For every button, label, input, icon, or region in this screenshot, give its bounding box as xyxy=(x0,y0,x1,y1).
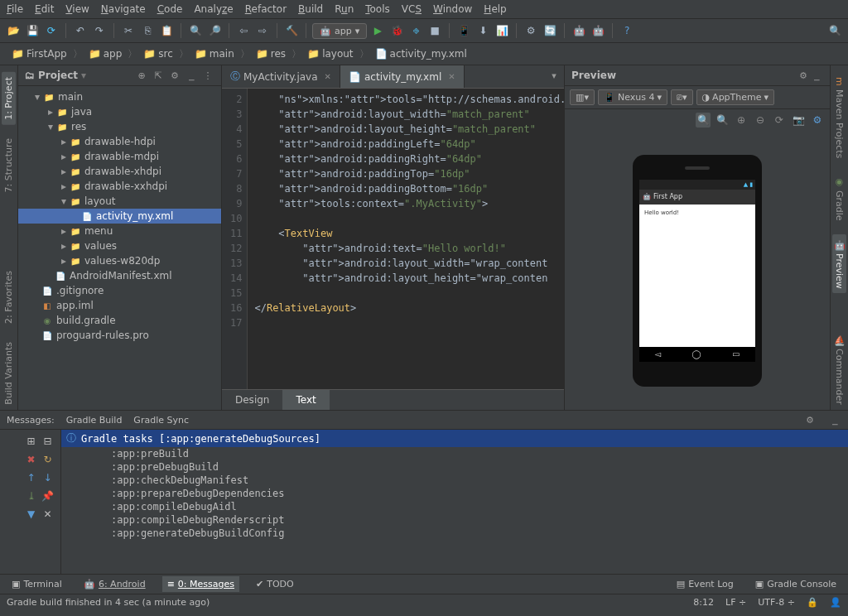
breadcrumb-item[interactable]: 📁FirstApp xyxy=(8,46,70,61)
save-icon[interactable]: 💾 xyxy=(24,22,41,39)
close-icon[interactable]: ✕ xyxy=(448,72,455,81)
project-structure-icon[interactable]: ⚙ xyxy=(523,22,539,39)
collapse-all-icon[interactable]: ⇱ xyxy=(152,69,165,82)
export-icon[interactable]: ⤓ xyxy=(25,489,38,503)
tree-node-activity-my[interactable]: 📄activity_my.xml xyxy=(18,209,221,224)
breadcrumb-item[interactable]: 📁layout xyxy=(304,46,356,61)
breadcrumb-item[interactable]: 📁res xyxy=(253,46,289,61)
tree-node-drawable-xhdpi[interactable]: ▸📁drawable-xhdpi xyxy=(18,164,221,179)
zoom-out-icon[interactable]: ⊖ xyxy=(753,113,768,128)
menu-navigate[interactable]: Navigate xyxy=(101,3,146,15)
refresh-icon[interactable]: ⟳ xyxy=(772,113,787,128)
sync-gradle-icon[interactable]: 🔄 xyxy=(542,22,558,39)
menu-window[interactable]: Window xyxy=(433,3,472,15)
zoom-in-icon[interactable]: ⊕ xyxy=(734,113,749,128)
android-icon-2[interactable]: 🤖 xyxy=(571,22,587,39)
settings-icon[interactable]: ⚙ xyxy=(797,69,810,82)
tree-node-manifest[interactable]: 📄AndroidManifest.xml xyxy=(18,268,221,283)
tool-tab-favorites[interactable]: 2: Favorites xyxy=(2,266,16,329)
back-icon[interactable]: ⇦ xyxy=(235,22,252,39)
tool-tab-gradle[interactable]: ◉Gradle xyxy=(832,171,846,226)
breadcrumb-item[interactable]: 📁app xyxy=(85,46,126,61)
collapse-icon[interactable]: ⊟ xyxy=(41,435,55,448)
scroll-from-source-icon[interactable]: ⊕ xyxy=(135,69,148,82)
pin-icon[interactable]: 📌 xyxy=(41,489,55,503)
tree-node-build-gradle[interactable]: ◉build.gradle xyxy=(18,313,221,328)
menu-vcs[interactable]: VCS xyxy=(402,3,422,15)
breadcrumb-item[interactable]: 📁main xyxy=(191,46,238,61)
menu-run[interactable]: Run xyxy=(335,3,354,15)
tool-tab-terminal[interactable]: ▣ Terminal xyxy=(7,576,67,592)
tool-tab-project[interactable]: 1: Project xyxy=(2,72,16,125)
clear-icon[interactable]: ✕ xyxy=(41,508,55,521)
tool-tab-commander[interactable]: ⛵Commander xyxy=(832,330,846,410)
run-configuration-selector[interactable]: 🤖 app ▾ xyxy=(312,23,367,39)
build-icon[interactable]: 🔨 xyxy=(283,22,300,39)
menu-refactor[interactable]: Refactor xyxy=(245,3,287,15)
up-icon[interactable]: ↑ xyxy=(25,471,38,484)
tree-node-values[interactable]: ▸📁values xyxy=(18,238,221,253)
tool-tab-structure[interactable]: 7: Structure xyxy=(2,133,16,197)
menu-code[interactable]: Code xyxy=(157,3,183,15)
tool-tab-todo[interactable]: ✔ TODO xyxy=(251,576,299,592)
tool-tab-event-log[interactable]: ▤ Event Log xyxy=(672,576,739,592)
editor-menu-icon[interactable]: ▾ xyxy=(547,69,561,82)
menu-tools[interactable]: Tools xyxy=(365,3,390,15)
line-separator[interactable]: LF xyxy=(725,597,735,608)
filter-icon[interactable]: ▼ xyxy=(25,508,38,521)
tab-design[interactable]: Design xyxy=(222,390,282,410)
editor-tab-activity-my[interactable]: 📄activity_my.xml✕ xyxy=(340,65,465,88)
code-editor[interactable]: 234567891011121314151617 "ns">xmlns:"att… xyxy=(222,89,564,389)
menu-analyze[interactable]: Analyze xyxy=(194,3,233,15)
tool-tab-preview[interactable]: 🤖Preview xyxy=(832,234,846,294)
tree-node-res[interactable]: ▾📁res xyxy=(18,119,221,134)
avd-manager-icon[interactable]: 📱 xyxy=(455,22,472,39)
breadcrumb-item[interactable]: 📄activity_my.xml xyxy=(372,46,470,61)
hide-icon[interactable]: ⎯ xyxy=(810,69,823,82)
settings-icon[interactable]: ⚙ xyxy=(803,413,817,426)
menu-edit[interactable]: Edit xyxy=(35,3,54,15)
hide-icon[interactable]: ⎯ xyxy=(828,413,841,426)
tool-tab-messages[interactable]: ≡ 0: Messages xyxy=(162,576,239,592)
stop-icon[interactable]: ■ xyxy=(426,22,443,39)
editor-tab-myactivity[interactable]: ⒸMyActivity.java✕ xyxy=(222,65,340,88)
more-icon[interactable]: ⋮ xyxy=(201,69,214,82)
breadcrumb-item[interactable]: 📁src xyxy=(140,46,176,61)
theme-selector[interactable]: ◑ AppTheme ▾ xyxy=(696,89,775,105)
paste-icon[interactable]: 📋 xyxy=(158,22,175,39)
open-icon[interactable]: 📂 xyxy=(5,22,22,39)
help-icon[interactable]: ? xyxy=(619,22,635,39)
ddms-icon[interactable]: 📊 xyxy=(494,22,510,39)
zoom-actual-icon[interactable]: 🔍 xyxy=(715,113,730,128)
tree-node-values-w820dp[interactable]: ▸📁values-w820dp xyxy=(18,253,221,268)
settings-icon[interactable]: ⚙ xyxy=(810,113,825,128)
menu-view[interactable]: View xyxy=(65,3,89,15)
menu-build[interactable]: Build xyxy=(298,3,323,15)
tool-tab-gradle-console[interactable]: ▣ Gradle Console xyxy=(750,576,841,592)
messages-tab-gradle-sync[interactable]: Gradle Sync xyxy=(133,415,189,426)
down-icon[interactable]: ↓ xyxy=(41,471,55,484)
sync-icon[interactable]: ⟳ xyxy=(43,22,60,39)
tool-tab-maven[interactable]: mMaven Projects xyxy=(832,72,846,163)
caret-position[interactable]: 8:12 xyxy=(693,597,714,608)
copy-icon[interactable]: ⎘ xyxy=(139,22,156,39)
tree-node-drawable-hdpi[interactable]: ▸📁drawable-hdpi xyxy=(18,134,221,149)
lock-icon[interactable]: 🔒 xyxy=(807,597,818,608)
redo-icon[interactable]: ↷ xyxy=(91,22,108,39)
hide-icon[interactable]: ⎯ xyxy=(185,69,198,82)
messages-tab-gradle-build[interactable]: Gradle Build xyxy=(66,415,123,426)
messages-content[interactable]: ⓘGradle tasks [:app:generateDebugSources… xyxy=(61,430,848,574)
undo-icon[interactable]: ↶ xyxy=(72,22,89,39)
api-selector[interactable]: ⎚▾ xyxy=(671,89,693,105)
close-icon[interactable]: ✕ xyxy=(325,72,331,81)
android-icon-3[interactable]: 🤖 xyxy=(590,22,606,39)
cut-icon[interactable]: ✂ xyxy=(120,22,137,39)
tree-node-drawable-xxhdpi[interactable]: ▸📁drawable-xxhdpi xyxy=(18,179,221,194)
tab-text[interactable]: Text xyxy=(282,390,329,410)
tree-node-app-iml[interactable]: ◧app.iml xyxy=(18,298,221,313)
stop-icon[interactable]: ✖ xyxy=(25,453,38,466)
search-everywhere-icon[interactable]: 🔍 xyxy=(826,22,843,39)
device-selector[interactable]: 📱 Nexus 4 ▾ xyxy=(598,89,667,105)
rerun-icon[interactable]: ↻ xyxy=(41,453,55,466)
tree-node-menu[interactable]: ▸📁menu xyxy=(18,224,221,238)
